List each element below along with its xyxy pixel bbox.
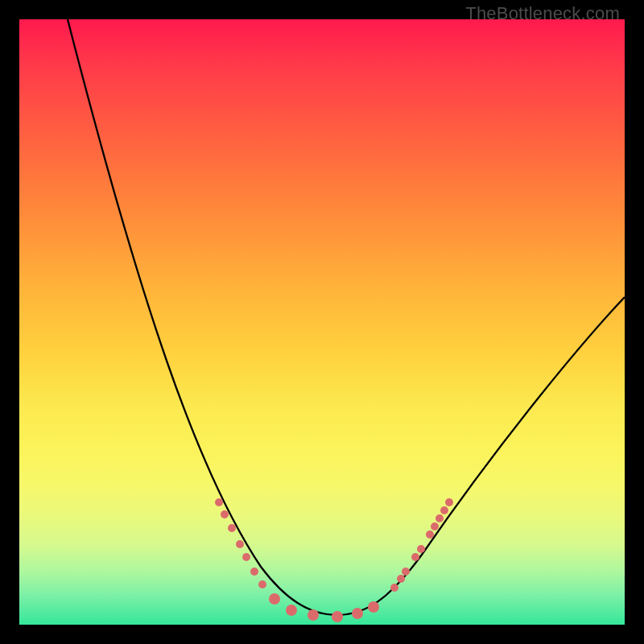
curve-marker xyxy=(402,568,410,576)
curve-markers-group xyxy=(215,498,453,622)
curve-marker xyxy=(286,605,297,616)
curve-marker xyxy=(397,575,405,583)
watermark-text: TheBottleneck.com xyxy=(465,3,620,24)
bottleneck-curve-path xyxy=(68,19,625,615)
curve-marker xyxy=(436,514,444,522)
chart-plot-area xyxy=(19,19,625,625)
curve-marker xyxy=(308,609,319,621)
bottleneck-curve-svg xyxy=(19,19,625,625)
curve-marker xyxy=(269,593,280,605)
curve-marker xyxy=(221,510,229,518)
curve-marker xyxy=(431,522,439,530)
curve-marker xyxy=(417,545,425,553)
curve-marker xyxy=(250,568,258,576)
curve-marker xyxy=(258,580,266,588)
curve-marker xyxy=(352,608,363,619)
curve-marker xyxy=(228,524,236,532)
curve-marker xyxy=(426,530,434,539)
curve-marker xyxy=(390,584,398,592)
curve-marker xyxy=(215,498,223,506)
curve-marker xyxy=(445,498,453,506)
curve-marker xyxy=(332,611,343,622)
curve-marker xyxy=(440,506,448,514)
curve-marker xyxy=(411,553,419,561)
curve-marker xyxy=(236,540,244,548)
curve-marker xyxy=(368,601,379,613)
curve-marker xyxy=(242,553,250,561)
